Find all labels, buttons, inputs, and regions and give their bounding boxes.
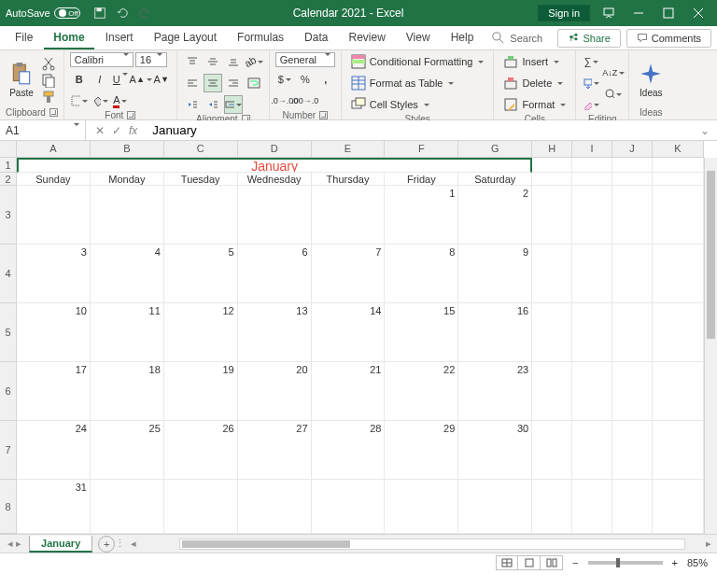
cell[interactable] bbox=[612, 303, 653, 362]
column-header[interactable]: K bbox=[653, 141, 704, 157]
cell[interactable]: 28 bbox=[312, 421, 386, 480]
cell[interactable] bbox=[653, 421, 704, 480]
row-header[interactable]: 7 bbox=[0, 421, 16, 480]
cell[interactable]: Tuesday bbox=[164, 173, 238, 186]
cell[interactable] bbox=[653, 186, 704, 245]
cell[interactable]: 7 bbox=[312, 245, 386, 303]
column-header[interactable]: C bbox=[164, 141, 238, 157]
cell[interactable] bbox=[238, 480, 312, 534]
cut-icon[interactable] bbox=[41, 56, 56, 71]
row-header[interactable]: 4 bbox=[0, 245, 16, 303]
cell[interactable] bbox=[572, 303, 612, 362]
align-right-button[interactable] bbox=[224, 74, 243, 92]
column-header[interactable]: A bbox=[17, 141, 91, 157]
font-name-select[interactable]: Calibri bbox=[70, 52, 134, 67]
cell[interactable] bbox=[532, 173, 572, 186]
cell[interactable]: 5 bbox=[164, 245, 238, 303]
cell[interactable]: 11 bbox=[91, 303, 164, 362]
cell[interactable] bbox=[612, 186, 653, 245]
autosum-button[interactable]: ∑ bbox=[582, 52, 600, 71]
tab-file[interactable]: File bbox=[6, 27, 42, 49]
percent-button[interactable]: % bbox=[296, 70, 315, 89]
cell[interactable]: 27 bbox=[238, 421, 312, 480]
cell[interactable] bbox=[164, 186, 238, 245]
font-color-button[interactable]: A bbox=[111, 91, 130, 110]
column-headers[interactable]: ABCDEFGHIJK bbox=[17, 141, 704, 158]
hscroll-left-icon[interactable]: ◂ bbox=[125, 538, 142, 550]
wrap-text-button[interactable] bbox=[245, 74, 263, 92]
undo-icon[interactable] bbox=[116, 7, 129, 20]
cell[interactable] bbox=[653, 173, 704, 186]
cell[interactable]: 19 bbox=[164, 362, 238, 421]
cell[interactable]: 24 bbox=[17, 421, 91, 480]
cell[interactable] bbox=[653, 362, 704, 421]
fill-color-button[interactable] bbox=[91, 91, 109, 110]
orientation-button[interactable]: ab bbox=[245, 52, 263, 71]
cell[interactable]: January bbox=[17, 158, 532, 173]
cell[interactable]: Friday bbox=[385, 173, 458, 186]
column-header[interactable]: F bbox=[385, 141, 458, 157]
row-header[interactable]: 5 bbox=[0, 303, 16, 362]
cell[interactable]: 4 bbox=[91, 245, 164, 303]
column-header[interactable]: I bbox=[572, 141, 612, 157]
column-header[interactable]: H bbox=[532, 141, 572, 157]
cell[interactable] bbox=[653, 303, 704, 362]
cell[interactable]: 29 bbox=[385, 421, 458, 480]
underline-button[interactable]: U bbox=[111, 70, 130, 89]
align-center-button[interactable] bbox=[204, 74, 222, 92]
column-header[interactable]: B bbox=[91, 141, 164, 157]
insert-cells-button[interactable]: Insert bbox=[499, 52, 569, 71]
increase-indent-button[interactable] bbox=[204, 95, 222, 114]
row-header[interactable]: 3 bbox=[0, 186, 16, 245]
select-all-corner[interactable] bbox=[0, 141, 17, 158]
cell[interactable]: 26 bbox=[164, 421, 238, 480]
cell[interactable] bbox=[653, 245, 704, 303]
cell[interactable]: 14 bbox=[312, 303, 386, 362]
tab-view[interactable]: View bbox=[397, 27, 440, 49]
save-icon[interactable] bbox=[93, 7, 106, 20]
cell[interactable]: 2 bbox=[458, 186, 532, 245]
page-break-view-button[interactable] bbox=[541, 555, 563, 570]
cell[interactable]: 30 bbox=[458, 421, 532, 480]
find-select-button[interactable] bbox=[604, 85, 623, 104]
merge-center-button[interactable] bbox=[224, 95, 243, 114]
cell[interactable]: Wednesday bbox=[238, 173, 312, 186]
cell[interactable] bbox=[653, 480, 704, 534]
cell[interactable] bbox=[572, 421, 612, 480]
paste-button[interactable]: Paste bbox=[6, 60, 37, 100]
align-left-button[interactable] bbox=[183, 74, 202, 92]
hscroll-right-icon[interactable]: ▸ bbox=[700, 538, 717, 550]
cell[interactable]: Thursday bbox=[312, 173, 386, 186]
cell[interactable]: 20 bbox=[238, 362, 312, 421]
comma-style-button[interactable]: , bbox=[316, 70, 335, 89]
row-header[interactable]: 8 bbox=[0, 480, 16, 534]
format-cells-button[interactable]: Format bbox=[499, 95, 569, 114]
row-header[interactable]: 2 bbox=[0, 173, 16, 186]
maximize-icon[interactable] bbox=[663, 7, 674, 19]
cell[interactable] bbox=[572, 480, 612, 534]
autosave-toggle[interactable]: AutoSave Off bbox=[0, 7, 86, 19]
redo-icon[interactable] bbox=[138, 7, 151, 20]
close-icon[interactable] bbox=[693, 7, 704, 19]
vertical-scrollbar[interactable] bbox=[704, 158, 717, 534]
spreadsheet-grid[interactable]: ABCDEFGHIJK 12345678 JanuarySundayMonday… bbox=[0, 141, 717, 534]
cell[interactable] bbox=[17, 186, 91, 245]
cell[interactable] bbox=[572, 186, 612, 245]
cell[interactable] bbox=[612, 158, 653, 173]
column-header[interactable]: D bbox=[238, 141, 312, 157]
comments-button[interactable]: Comments bbox=[626, 29, 711, 48]
formula-input[interactable] bbox=[147, 120, 693, 140]
cell[interactable] bbox=[312, 186, 386, 245]
conditional-formatting-button[interactable]: Conditional Formatting bbox=[347, 52, 488, 71]
copy-icon[interactable] bbox=[41, 73, 56, 88]
column-header[interactable]: G bbox=[458, 141, 532, 157]
cell[interactable] bbox=[385, 480, 458, 534]
sheet-tab-active[interactable]: January bbox=[29, 536, 92, 553]
page-layout-view-button[interactable] bbox=[518, 555, 541, 570]
cell[interactable]: 8 bbox=[385, 245, 458, 303]
delete-cells-button[interactable]: Delete bbox=[499, 74, 569, 92]
cell[interactable]: 17 bbox=[17, 362, 91, 421]
cell[interactable] bbox=[91, 186, 164, 245]
cells-area[interactable]: JanuarySundayMondayTuesdayWednesdayThurs… bbox=[17, 158, 704, 534]
cell[interactable]: 18 bbox=[91, 362, 164, 421]
